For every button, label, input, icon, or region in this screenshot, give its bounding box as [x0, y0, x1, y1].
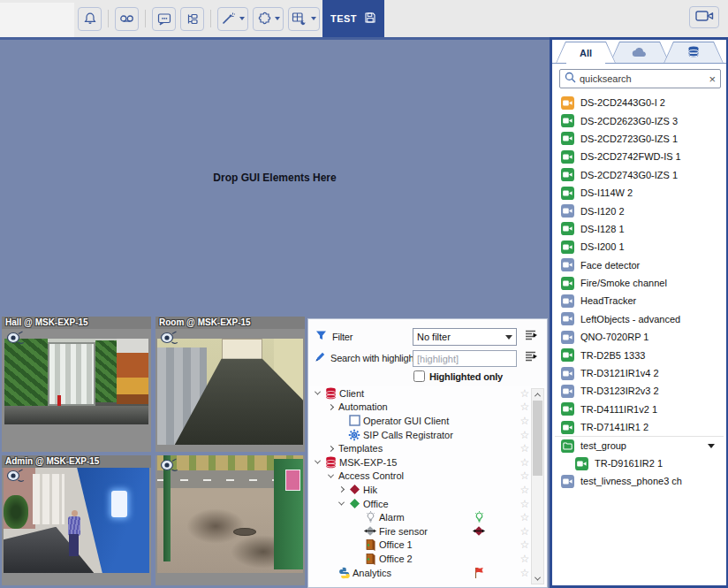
star-outline-icon[interactable]: ☆	[518, 525, 532, 538]
star-outline-icon[interactable]: ☆	[518, 511, 532, 523]
tree-row[interactable]: SIP Calls Registrator ☆	[309, 428, 546, 442]
filter-label: Filter	[332, 332, 353, 342]
camera-tile-room[interactable]: Room @ MSK-EXP-15	[155, 317, 305, 452]
camera-icon	[561, 367, 574, 380]
tree-row[interactable]: Operator GUI Client ☆	[309, 414, 546, 428]
scroll-up-arrow[interactable]	[532, 389, 543, 400]
device-list-item[interactable]: DS-2CD2742FWD-IS 1	[555, 148, 724, 165]
star-outline-icon[interactable]: ☆	[518, 484, 532, 496]
tree-row[interactable]: Office 1 ☆	[309, 538, 546, 553]
tree-row[interactable]: Office ☆	[309, 497, 546, 511]
star-outline-icon[interactable]: ☆	[518, 456, 532, 469]
camera-tile-yard[interactable]	[155, 455, 305, 585]
webcam-icon[interactable]	[5, 330, 25, 348]
star-outline-icon[interactable]: ☆	[518, 498, 532, 510]
device-list-item[interactable]: QNO-7020RP 1	[555, 328, 724, 346]
star-outline-icon[interactable]: ☆	[518, 442, 532, 454]
star-outline-icon[interactable]: ☆	[518, 567, 532, 579]
tab-cloud[interactable]	[610, 42, 670, 64]
device-list-item[interactable]: Fire/Smoke channel	[555, 274, 724, 292]
scrollbar-thumb[interactable]	[533, 401, 542, 476]
device-list-item[interactable]: DS-2CD2443G0-I 2	[555, 94, 724, 111]
star-outline-icon[interactable]: ☆	[518, 429, 532, 441]
camera-tile-title: Admin @ MSK-EXP-15	[2, 455, 151, 468]
star-outline-icon[interactable]: ☆	[518, 553, 532, 565]
tree-row[interactable]: Analytics ☆	[309, 566, 546, 580]
highlighted-only-checkbox[interactable]	[413, 370, 425, 382]
device-list-item[interactable]: DS-I114W 2	[555, 184, 724, 202]
camera-feed-room[interactable]	[157, 339, 303, 445]
layout-settings-menu-button[interactable]	[288, 7, 320, 31]
device-list-item[interactable]: DS-I128 1	[555, 220, 724, 238]
device-list-item[interactable]: DS-2CD2623G0-IZS 3	[555, 111, 724, 129]
tree-row[interactable]: Automation ☆	[309, 401, 546, 415]
camera-tile-hall[interactable]: Hall @ MSK-EXP-15	[2, 317, 151, 452]
device-list-item[interactable]: DS-I200 1	[555, 238, 724, 256]
apply-filter-button[interactable]	[522, 328, 540, 346]
device-list-item[interactable]: TR-D7141IR1 2	[555, 418, 724, 436]
camera-feed-yard[interactable]	[157, 455, 303, 573]
star-outline-icon[interactable]: ☆	[518, 538, 532, 551]
camera-feed-admin[interactable]	[4, 468, 149, 573]
device-list-item[interactable]: TR-D3123IR2v3 2	[555, 382, 724, 400]
device-list-item[interactable]: TR-D4111IR1v2 1	[555, 401, 724, 418]
star-outline-icon[interactable]: ☆	[518, 401, 532, 413]
voicemail-button[interactable]	[115, 7, 139, 31]
device-list-item[interactable]: TR-D2B5 1333	[555, 346, 724, 363]
star-outline-icon[interactable]: ☆	[518, 415, 532, 427]
tree-row[interactable]: Office 2 ☆	[309, 552, 546, 566]
tab-all[interactable]: All	[556, 42, 616, 64]
device-list-item[interactable]: LeftObjects - advanced	[555, 310, 724, 328]
device-list-item[interactable]: Face detector	[555, 256, 724, 274]
star-outline-icon[interactable]: ☆	[518, 387, 532, 400]
topology-button[interactable]	[180, 7, 204, 31]
device-list-item[interactable]: test_group	[555, 436, 724, 454]
chevron-down-icon[interactable]	[708, 444, 715, 448]
clear-x-icon[interactable]: ×	[709, 73, 716, 85]
tree-row[interactable]: Access Control ☆	[309, 470, 546, 484]
wizard-menu-button[interactable]	[217, 7, 248, 31]
tree-row[interactable]: MSK-EXP-15 ☆	[309, 455, 546, 470]
tree-row[interactable]: Alarm ☆	[309, 510, 546, 524]
video-wall-button[interactable]	[689, 6, 719, 28]
quicksearch-input[interactable]	[580, 73, 705, 84]
tree-row[interactable]: Client ☆	[309, 386, 546, 401]
tab-test-layout[interactable]: TEST	[322, 0, 384, 37]
device-list-item[interactable]: HeadTracker	[555, 292, 724, 309]
alerts-button[interactable]	[78, 7, 102, 31]
messages-button[interactable]	[152, 7, 176, 31]
device-list-item[interactable]: TR-D3121IR1v4 2	[555, 364, 724, 382]
tree-expander[interactable]	[325, 474, 337, 478]
tab-database[interactable]	[664, 42, 724, 64]
webcam-icon[interactable]	[159, 457, 178, 476]
tree-expander[interactable]	[336, 501, 347, 506]
layout-drop-area[interactable]: Drop GUI Elements Here	[0, 40, 550, 316]
webcam-icon[interactable]	[5, 468, 25, 486]
device-list-item[interactable]: test_livness_phone3 ch	[555, 472, 724, 490]
tree-row[interactable]: Templates ☆	[309, 441, 546, 455]
tree-expander[interactable]	[325, 405, 337, 409]
device-list-item[interactable]: DS-2CD2743G0-IZS 1	[555, 166, 724, 184]
tree-scrollbar[interactable]	[531, 388, 544, 584]
camera-icon	[561, 241, 574, 254]
camera-tile-admin[interactable]: Admin @ MSK-EXP-15	[2, 455, 151, 585]
tree-row[interactable]: Hik ☆	[309, 483, 546, 497]
device-list-item[interactable]: TR-D9161IR2 1	[555, 454, 724, 472]
tree-expander[interactable]	[312, 391, 323, 395]
webcam-icon[interactable]	[159, 330, 178, 348]
tree-expander[interactable]	[336, 487, 347, 492]
tree-row[interactable]: Fire sensor ☆	[309, 524, 546, 538]
device-list-item[interactable]: DS-2CD2723G0-IZS 1	[555, 130, 724, 148]
apply-highlight-button[interactable]	[522, 349, 540, 367]
apply-list-icon	[525, 350, 538, 366]
scroll-down-arrow[interactable]	[532, 573, 543, 584]
tree-expander[interactable]	[325, 447, 337, 451]
camera-feed-hall[interactable]	[4, 339, 148, 424]
device-list-item[interactable]: DS-I120 2	[555, 202, 724, 219]
highlight-search-input[interactable]	[413, 350, 517, 367]
filter-dropdown[interactable]: No filter	[413, 328, 517, 346]
plugins-menu-button[interactable]	[253, 7, 284, 31]
tree-expander[interactable]	[312, 460, 323, 464]
star-outline-icon[interactable]: ☆	[518, 470, 532, 482]
voicemail-icon	[119, 12, 134, 25]
